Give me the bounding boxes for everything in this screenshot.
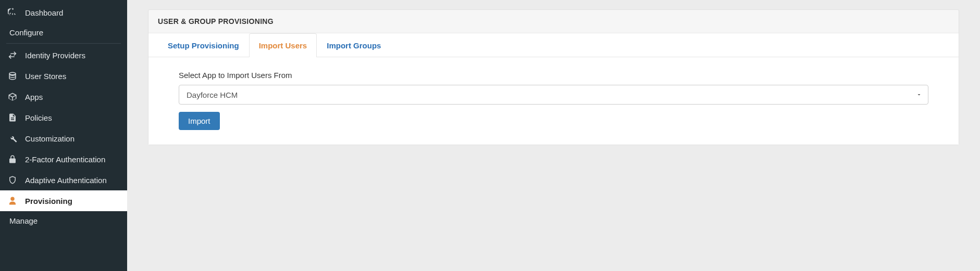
page-title: USER & GROUP PROVISIONING	[148, 10, 959, 33]
swap-icon	[7, 50, 18, 60]
sidebar-item-label: Provisioning	[25, 197, 72, 205]
sidebar-item-2fa[interactable]: 2-Factor Authentication	[0, 149, 127, 170]
tab-setup-provisioning[interactable]: Setup Provisioning	[158, 33, 249, 57]
wrench-icon	[7, 133, 18, 144]
document-icon	[7, 112, 18, 123]
provisioning-card: USER & GROUP PROVISIONING Setup Provisio…	[148, 9, 959, 145]
sidebar-item-customization[interactable]: Customization	[0, 128, 127, 149]
select-app-label: Select App to Import Users From	[179, 71, 928, 80]
dashboard-icon	[7, 7, 18, 18]
sidebar-divider	[6, 43, 121, 44]
sidebar-item-provisioning[interactable]: Provisioning	[0, 190, 127, 211]
sidebar-item-dashboard[interactable]: Dashboard	[0, 2, 127, 23]
sidebar-item-user-stores[interactable]: User Stores	[0, 66, 127, 86]
tab-import-groups[interactable]: Import Groups	[317, 33, 391, 57]
sidebar-item-identity-providers[interactable]: Identity Providers	[0, 45, 127, 66]
tab-import-users[interactable]: Import Users	[249, 33, 317, 57]
sidebar-item-label: Adaptive Authentication	[25, 176, 107, 185]
import-users-panel: Select App to Import Users From Dayforce…	[158, 57, 949, 132]
sidebar-section-manage: Manage	[0, 211, 127, 230]
sidebar-item-label: Identity Providers	[25, 51, 85, 60]
sidebar-item-apps[interactable]: Apps	[0, 86, 127, 107]
import-button[interactable]: Import	[179, 112, 220, 130]
tabs: Setup Provisioning Import Users Import G…	[148, 33, 959, 57]
sidebar-item-policies[interactable]: Policies	[0, 107, 127, 128]
sidebar-item-label: Apps	[25, 93, 43, 101]
user-icon	[7, 196, 18, 206]
sidebar-item-label: Dashboard	[25, 8, 63, 17]
select-app-dropdown[interactable]: Dayforce HCM	[179, 85, 928, 105]
database-icon	[7, 71, 18, 81]
sidebar-item-adaptive-auth[interactable]: Adaptive Authentication	[0, 170, 127, 190]
sidebar-item-label: Policies	[25, 113, 52, 122]
sidebar-item-label: Customization	[25, 134, 75, 143]
sidebar-item-label: User Stores	[25, 72, 66, 81]
sidebar-section-configure: Configure	[0, 23, 127, 42]
shield-icon	[7, 175, 18, 185]
box-icon	[7, 92, 18, 102]
sidebar-item-label: 2-Factor Authentication	[25, 155, 105, 164]
sidebar: Dashboard Configure Identity Providers U…	[0, 0, 127, 271]
lock-icon	[7, 154, 18, 164]
main-content: USER & GROUP PROVISIONING Setup Provisio…	[127, 0, 980, 271]
